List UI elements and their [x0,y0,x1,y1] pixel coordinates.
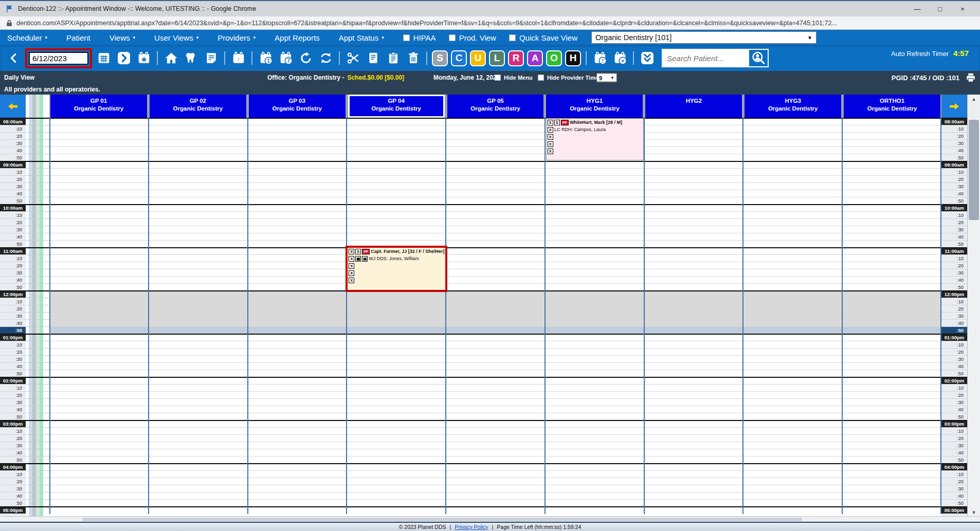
tooth-chart-button[interactable] [182,48,201,68]
time-slot-row[interactable] [49,470,941,478]
column-header-hyg2[interactable]: HYG2 [645,95,742,118]
appointment-farmer[interactable]: XSFFCapt. Farmer, JJ [32 / F / She/Her]X… [346,246,447,292]
time-slot-row[interactable] [49,348,941,355]
flag-x-box[interactable]: X [548,120,553,125]
privacy-policy-link[interactable]: Privacy Policy [455,524,488,530]
appointment-whitehart[interactable]: XSFFWhiteHart, Mark [28 / M]XLC RDH: Cam… [546,118,644,160]
time-slot-row[interactable] [49,492,941,499]
find-available-button[interactable]: ★ [134,48,153,68]
status-u-badge-button[interactable]: U [470,50,486,66]
time-slot-row[interactable] [49,305,941,312]
checkbox[interactable] [509,34,516,41]
address-bar[interactable]: denticon.com/ASPX/Appointments/appttrial… [0,16,980,30]
flag-s-box[interactable]: S [355,249,361,254]
menu-item-appt-reports[interactable]: Appt Reports [275,33,320,42]
copy-appointment-button[interactable] [364,48,383,68]
scroll-columns-left-button[interactable] [0,95,26,118]
scroll-columns-right-button[interactable] [941,95,967,118]
column-header-gp-02[interactable]: GP 02Organic Dentistry [150,95,246,118]
time-slot-row[interactable] [49,218,941,226]
flag-x-box[interactable]: X [349,278,354,283]
time-slot-row[interactable] [49,506,941,514]
scroll-up-button[interactable]: ▲ [967,95,980,118]
time-slot-row[interactable] [49,362,941,370]
scroll-down-button[interactable]: ▼ [968,510,980,515]
time-slot-row[interactable] [49,197,941,204]
time-slot-row[interactable] [49,276,941,283]
time-slot-row[interactable] [49,226,941,233]
flag-ff-box[interactable]: FF [362,249,370,254]
column-header-gp-03[interactable]: GP 03Organic Dentistry [249,95,346,118]
time-slot-row[interactable] [49,449,941,456]
checkbox[interactable] [495,75,501,81]
time-slot-row[interactable] [49,334,941,341]
time-slot-row[interactable] [49,283,941,290]
flag-x-box[interactable]: X [548,134,553,140]
time-slot-row[interactable] [49,341,941,348]
menu-item-providers[interactable]: Providers▾ [217,33,256,42]
flag-x-box[interactable]: X [349,270,354,276]
flag-x-box[interactable]: X [548,149,553,154]
interval-select[interactable]: 9▼ [596,74,617,82]
checkbox[interactable] [449,34,456,41]
status-c-badge-button[interactable]: C [451,50,467,66]
time-slot-row[interactable] [49,355,941,362]
flag-x-box[interactable]: X [349,256,354,262]
column-header-hyg1[interactable]: HYG1Organic Dentistry [546,95,643,118]
flag-x-box[interactable]: X [548,141,553,147]
status-a-badge-button[interactable]: A [527,50,543,66]
time-slot-row[interactable] [49,118,941,125]
flag-x-box[interactable]: X [349,249,354,254]
appointment-alert-button[interactable]: ! [590,48,609,68]
time-slot-row[interactable] [49,139,941,147]
time-slot-row[interactable] [49,391,941,398]
hipaa-checkbox[interactable]: HIPAA [403,33,436,42]
prod-view-checkbox[interactable]: Prod. View [449,33,496,42]
time-slot-row[interactable] [49,398,941,406]
copy-day-button[interactable]: ↑ [229,48,248,68]
calendar-picker-button[interactable] [94,48,113,68]
prev-date-button[interactable] [4,48,23,68]
column-header-gp-05[interactable]: GP 05Organic Dentistry [447,95,544,118]
search-patient-input[interactable] [662,49,748,67]
time-slot-row[interactable] [49,240,941,247]
checkbox[interactable] [403,34,410,41]
time-slot-row[interactable] [49,427,941,434]
hide-provider-time-checkbox[interactable]: Hide Provider Time [538,75,598,81]
column-header-ortho1[interactable]: ORTHO1Organic Dentistry [844,95,940,118]
cut-appointment-button[interactable] [343,48,362,68]
paste-appointment-button[interactable] [384,48,403,68]
column-header-gp-01[interactable]: GP 01Organic Dentistry [50,95,147,118]
expand-view-button[interactable] [638,48,657,68]
column-header-hyg3[interactable]: HYG3Organic Dentistry [745,95,841,118]
time-slot-row[interactable] [49,420,941,427]
time-slot-row[interactable] [49,211,941,218]
time-slot-row[interactable] [49,478,941,485]
time-slot-row[interactable] [49,190,941,197]
close-button[interactable]: × [951,2,974,16]
time-slot-row[interactable] [49,434,941,442]
print-button[interactable] [966,73,976,82]
time-slot-row[interactable] [49,254,941,262]
search-patient-button[interactable] [748,49,769,67]
next-date-button[interactable] [114,48,133,68]
scrollbar-thumb[interactable] [82,518,802,521]
time-slot-row[interactable] [49,298,941,305]
horizontal-scrollbar[interactable] [0,516,980,522]
time-slot-row[interactable] [49,154,941,161]
time-slot-row[interactable] [49,204,941,211]
time-slot-row[interactable] [49,262,941,269]
hide-menu-checkbox[interactable]: Hide Menu [495,75,533,81]
menu-item-user-views[interactable]: User Views▾ [154,33,198,42]
time-slot-row[interactable] [49,247,941,254]
time-slot-row[interactable] [49,175,941,182]
quick-save-view-checkbox[interactable]: Quick Save View [509,33,577,42]
status-r-badge-button[interactable]: R [508,50,524,66]
time-slot-row[interactable] [49,413,941,420]
time-slot-row[interactable] [49,269,941,276]
menu-item-patient[interactable]: Patient [66,33,90,42]
time-slot-row[interactable] [49,147,941,154]
time-slot-row[interactable] [49,370,941,377]
week-view-button[interactable]: 7 [276,48,295,68]
refresh-button[interactable] [296,48,315,68]
